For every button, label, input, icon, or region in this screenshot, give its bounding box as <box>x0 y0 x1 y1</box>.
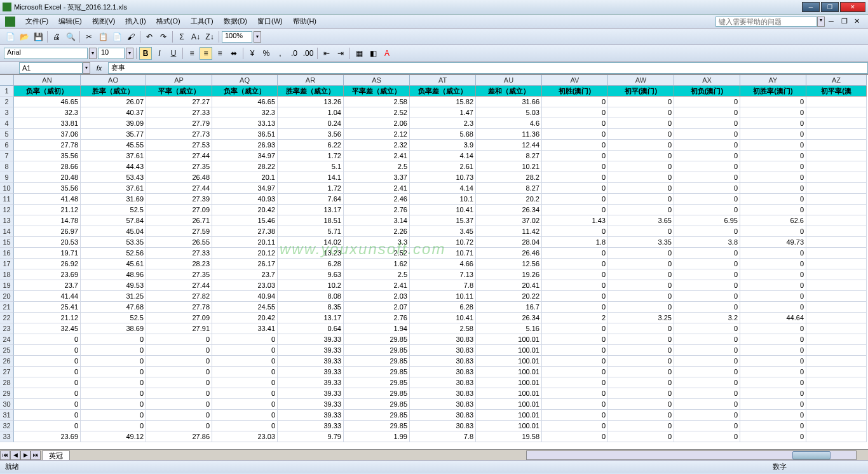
column-label[interactable]: 胜率（威立） <box>81 86 146 97</box>
cell[interactable]: 0 <box>740 205 806 215</box>
cell[interactable]: 0 <box>608 226 674 237</box>
cell[interactable]: 2.76 <box>344 313 410 323</box>
cell[interactable]: 35.56 <box>14 183 81 194</box>
cell[interactable]: 0 <box>608 248 674 259</box>
cell[interactable]: 29.85 <box>344 377 410 388</box>
cell[interactable]: 13.23 <box>278 248 344 259</box>
cell[interactable]: 27.35 <box>146 161 212 172</box>
cell[interactable]: 28.04 <box>476 237 542 248</box>
cell[interactable] <box>806 97 867 107</box>
cell[interactable]: 4.6 <box>476 118 542 129</box>
col-header[interactable]: AR <box>278 75 344 86</box>
cell[interactable]: 49.73 <box>740 237 806 248</box>
cell[interactable]: 26.07 <box>81 97 146 107</box>
sheet-tab[interactable]: 英冠 <box>42 450 70 460</box>
row-header[interactable]: 32 <box>0 421 14 431</box>
menu-编辑(E)[interactable]: 编辑(E) <box>53 15 87 27</box>
cell[interactable]: 0 <box>14 334 81 345</box>
cell[interactable]: 23.7 <box>14 280 81 291</box>
cell[interactable]: 39.33 <box>278 410 344 421</box>
col-header[interactable]: AU <box>476 75 542 86</box>
cell[interactable] <box>806 205 867 215</box>
cell[interactable]: 3.37 <box>344 172 410 183</box>
cell[interactable]: 28.22 <box>212 161 278 172</box>
cell[interactable]: 10.41 <box>410 205 476 215</box>
align-left-button[interactable]: ≡ <box>186 47 198 60</box>
cell[interactable]: 26.34 <box>476 313 542 323</box>
size-dropdown-icon[interactable]: ▾ <box>126 48 133 59</box>
copy-button[interactable]: 📋 <box>97 30 109 43</box>
cell[interactable]: 0 <box>674 334 740 345</box>
cell[interactable]: 26.97 <box>14 226 81 237</box>
cell[interactable]: 3.3 <box>344 237 410 248</box>
cell[interactable]: 0 <box>542 151 608 161</box>
cell[interactable]: 23.03 <box>212 280 278 291</box>
cell[interactable]: 39.33 <box>278 367 344 377</box>
cell[interactable]: 0 <box>674 129 740 140</box>
cell[interactable]: 2.76 <box>344 205 410 215</box>
column-label[interactable]: 平率（威立） <box>146 86 212 97</box>
cell[interactable]: 0 <box>542 345 608 356</box>
menu-窗口(W)[interactable]: 窗口(W) <box>252 15 288 27</box>
cell[interactable]: 0 <box>674 140 740 151</box>
cell[interactable]: 7.64 <box>278 194 344 205</box>
cell[interactable]: 0 <box>608 345 674 356</box>
cell[interactable]: 3.45 <box>410 226 476 237</box>
cell[interactable] <box>806 323 867 334</box>
increase-decimal-button[interactable]: .0 <box>288 47 301 60</box>
cell[interactable]: 25.41 <box>14 302 81 313</box>
cell[interactable]: 0 <box>674 280 740 291</box>
close-button[interactable]: ✕ <box>840 2 865 12</box>
cell[interactable]: 2 <box>542 313 608 323</box>
cell[interactable]: 37.06 <box>14 129 81 140</box>
cell[interactable]: 0 <box>14 410 81 421</box>
cell[interactable]: 0 <box>740 399 806 410</box>
cell[interactable]: 27.38 <box>212 226 278 237</box>
cell[interactable]: 0 <box>212 421 278 431</box>
cell[interactable]: 0 <box>674 323 740 334</box>
cell[interactable]: 53.35 <box>81 237 146 248</box>
row-header[interactable]: 31 <box>0 410 14 421</box>
cell[interactable]: 0 <box>740 248 806 259</box>
undo-button[interactable]: ↶ <box>143 30 156 43</box>
cell[interactable]: 0 <box>740 118 806 129</box>
column-label[interactable]: 初平率(澳 <box>806 86 867 97</box>
cell[interactable]: 3.65 <box>608 215 674 226</box>
cell[interactable]: 0 <box>81 345 146 356</box>
cell[interactable]: 11.36 <box>476 129 542 140</box>
column-label[interactable]: 初负(澳门) <box>674 86 740 97</box>
cell[interactable]: 0 <box>608 367 674 377</box>
cell[interactable]: 0 <box>542 334 608 345</box>
cell[interactable]: 0 <box>81 399 146 410</box>
cell[interactable]: 2.52 <box>344 248 410 259</box>
cell[interactable]: 2.03 <box>344 291 410 302</box>
cell[interactable]: 2.32 <box>344 140 410 151</box>
cell[interactable]: 3.8 <box>674 237 740 248</box>
cell[interactable] <box>806 399 867 410</box>
cell[interactable]: 19.58 <box>476 431 542 442</box>
cell[interactable]: 31.69 <box>81 194 146 205</box>
cell[interactable]: 28.66 <box>14 161 81 172</box>
row-headers[interactable]: 1234567891011121314151617181920212223242… <box>0 86 14 442</box>
cell[interactable]: 10.41 <box>410 313 476 323</box>
cell[interactable]: 62.6 <box>740 215 806 226</box>
cell[interactable]: 27.79 <box>146 118 212 129</box>
cell[interactable]: 0 <box>608 421 674 431</box>
cell[interactable]: 0 <box>542 410 608 421</box>
cell[interactable]: 0 <box>212 388 278 399</box>
cell[interactable]: 47.68 <box>81 302 146 313</box>
cell[interactable]: 0 <box>81 388 146 399</box>
menu-插入(I)[interactable]: 插入(I) <box>120 15 151 27</box>
row-header[interactable]: 27 <box>0 367 14 377</box>
cell[interactable]: 0 <box>674 194 740 205</box>
cell[interactable]: 0 <box>542 172 608 183</box>
cell[interactable]: 0 <box>212 367 278 377</box>
cell[interactable]: 27.86 <box>146 431 212 442</box>
cell[interactable]: 0 <box>674 388 740 399</box>
cell[interactable]: 0 <box>608 172 674 183</box>
col-header[interactable]: AZ <box>806 75 867 86</box>
cell[interactable]: 15.82 <box>410 97 476 107</box>
cell[interactable]: 20.42 <box>212 313 278 323</box>
cell[interactable]: 0 <box>542 129 608 140</box>
row-header[interactable]: 4 <box>0 118 14 129</box>
